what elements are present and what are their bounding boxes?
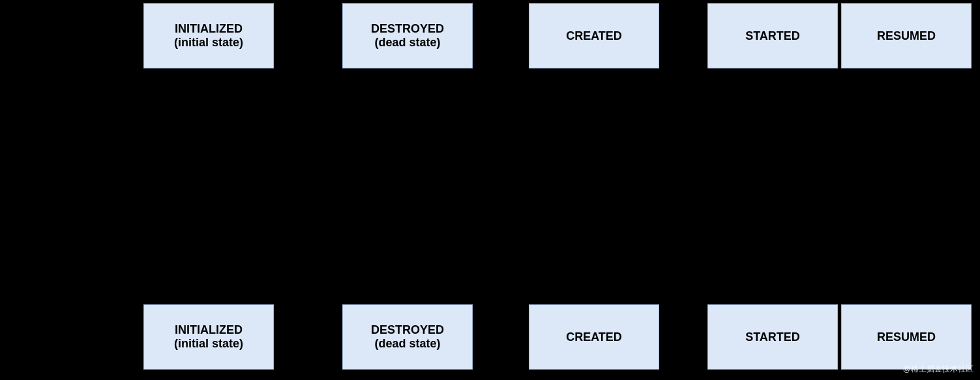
initialized-bottom-sublabel: (initial state) <box>174 337 243 351</box>
initialized-bottom-box: INITIALIZED (initial state) <box>143 304 274 370</box>
destroyed-bottom-box: DESTROYED (dead state) <box>342 304 473 370</box>
initialized-top-sublabel: (initial state) <box>174 36 243 50</box>
initialized-bottom-label: INITIALIZED <box>175 323 243 337</box>
started-bottom-box: STARTED <box>707 304 838 370</box>
destroyed-top-sublabel: (dead state) <box>374 36 440 50</box>
destroyed-top-box: DESTROYED (dead state) <box>342 3 473 68</box>
initialized-top-box: INITIALIZED (initial state) <box>143 3 274 68</box>
created-top-label: CREATED <box>566 29 622 43</box>
started-top-label: STARTED <box>745 29 800 43</box>
created-bottom-label: CREATED <box>566 330 622 344</box>
destroyed-top-label: DESTROYED <box>371 22 444 36</box>
started-bottom-label: STARTED <box>745 330 800 344</box>
started-top-box: STARTED <box>707 3 838 68</box>
resumed-bottom-box: RESUMED <box>841 304 972 370</box>
initialized-top-label: INITIALIZED <box>175 22 243 36</box>
resumed-top-label: RESUMED <box>877 29 936 43</box>
destroyed-bottom-label: DESTROYED <box>371 323 444 337</box>
watermark: @稀土掘金技术社区 <box>903 364 973 375</box>
resumed-top-box: RESUMED <box>841 3 972 68</box>
created-bottom-box: CREATED <box>529 304 659 370</box>
resumed-bottom-label: RESUMED <box>877 330 936 344</box>
destroyed-bottom-sublabel: (dead state) <box>374 337 440 351</box>
created-top-box: CREATED <box>529 3 659 68</box>
